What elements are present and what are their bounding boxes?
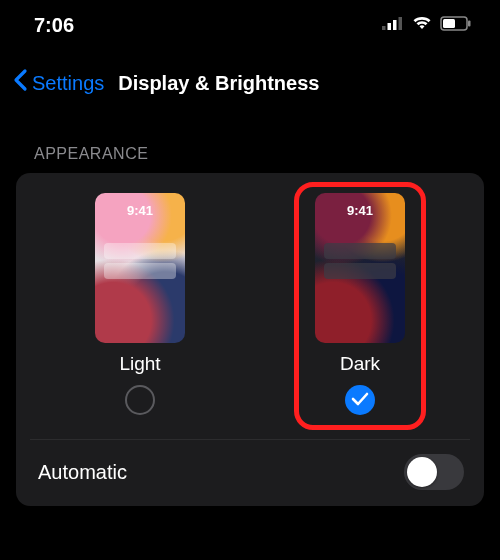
theme-radio-light[interactable] xyxy=(125,385,155,415)
svg-rect-5 xyxy=(443,19,455,28)
svg-rect-1 xyxy=(388,23,392,30)
thumb-widget xyxy=(324,263,396,279)
cellular-icon xyxy=(382,16,404,34)
thumb-widget xyxy=(104,243,176,259)
status-bar: 7:06 xyxy=(0,0,500,50)
theme-thumbnail-light: 9:41 xyxy=(95,193,185,343)
status-time: 7:06 xyxy=(34,14,74,37)
theme-option-dark[interactable]: 9:41 Dark xyxy=(299,187,421,425)
thumb-widget xyxy=(104,263,176,279)
battery-icon xyxy=(440,16,472,35)
appearance-options: 9:41 Light 9:41 Dark xyxy=(30,187,470,440)
status-icons xyxy=(382,15,472,35)
back-button[interactable]: Settings xyxy=(32,72,104,95)
toggle-knob xyxy=(407,457,437,487)
thumb-time: 9:41 xyxy=(315,203,405,218)
appearance-panel: 9:41 Light 9:41 Dark Automatic xyxy=(16,173,484,506)
wifi-icon xyxy=(411,15,433,35)
automatic-row: Automatic xyxy=(30,440,470,506)
automatic-toggle[interactable] xyxy=(404,454,464,490)
svg-rect-6 xyxy=(468,20,471,26)
automatic-label: Automatic xyxy=(38,461,127,484)
svg-rect-0 xyxy=(382,26,386,30)
svg-rect-2 xyxy=(393,20,397,30)
section-header-appearance: Appearance xyxy=(0,115,500,173)
chevron-left-icon[interactable] xyxy=(12,68,28,99)
theme-radio-dark[interactable] xyxy=(345,385,375,415)
theme-option-light[interactable]: 9:41 Light xyxy=(79,187,201,425)
theme-label-light: Light xyxy=(119,353,160,375)
thumb-time: 9:41 xyxy=(95,203,185,218)
check-icon xyxy=(351,390,369,411)
nav-bar: Settings Display & Brightness xyxy=(0,50,500,115)
page-title: Display & Brightness xyxy=(118,72,319,95)
theme-label-dark: Dark xyxy=(340,353,380,375)
thumb-widget xyxy=(324,243,396,259)
theme-thumbnail-dark: 9:41 xyxy=(315,193,405,343)
svg-rect-3 xyxy=(399,17,403,30)
